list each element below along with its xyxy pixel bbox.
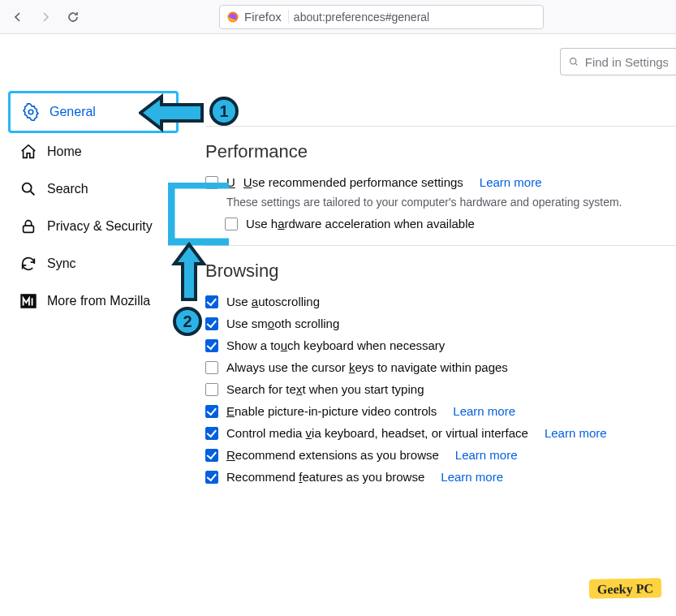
search-icon [569,56,579,67]
site-identity-label: Firefox [244,10,282,24]
media-learn-more-link[interactable]: Learn more [545,426,607,440]
annotation-badge-1: 1 [209,97,239,126]
cursor-keys-checkbox[interactable] [205,361,218,374]
url-bar[interactable]: Firefox about:preferences#general [219,5,544,29]
recommend-feat-label: Recommend features as you browse [226,470,424,484]
sidebar-item-label: Home [47,144,82,159]
sidebar-item-privacy[interactable]: Privacy & Security [8,208,179,245]
search-typing-checkbox[interactable] [205,383,218,396]
mozilla-icon [19,292,37,310]
recommend-ext-checkbox[interactable] [205,449,218,462]
recommend-ext-learn-more-link[interactable]: Learn more [455,448,518,462]
recommended-description: These settings are tailored to your comp… [226,196,676,209]
sidebar-item-sync[interactable]: Sync [8,245,179,282]
settings-content: Performance U Use recommended performanc… [205,126,676,492]
forward-button[interactable] [34,6,57,28]
sidebar-item-more-mozilla[interactable]: More from Mozilla [8,282,179,320]
sidebar-item-label: More from Mozilla [47,294,150,308]
recommend-feat-checkbox[interactable] [205,471,218,484]
svg-point-4 [23,183,32,192]
sync-icon [19,255,37,273]
lock-icon [19,218,37,235]
back-button[interactable] [6,6,29,28]
svg-rect-5 [24,226,34,232]
browsing-heading: Browsing [205,261,676,282]
reload-button[interactable] [62,6,84,28]
recommend-ext-label: Recommend extensions as you browse [226,448,439,462]
performance-heading: Performance [205,141,676,162]
svg-point-3 [28,110,33,114]
sidebar-item-home[interactable]: Home [8,133,179,170]
annotation-badge-2: 2 [173,307,202,336]
touch-keyboard-checkbox[interactable] [205,339,218,352]
sidebar-item-label: Sync [47,256,76,271]
pip-learn-more-link[interactable]: Learn more [453,404,515,418]
pip-checkbox[interactable] [205,405,218,418]
media-control-checkbox[interactable] [205,427,218,440]
sidebar-item-search[interactable]: Search [8,170,179,208]
firefox-icon [226,11,239,24]
sidebar-item-label: Privacy & Security [47,219,153,234]
smooth-scroll-label: Use smooth scrolling [226,317,339,330]
recommended-learn-more-link[interactable]: Learn more [480,175,542,189]
cursor-keys-label: Always use the cursor keys to navigate w… [226,360,508,374]
pip-label: Enable picture-in-picture video controls [226,404,437,418]
annotation-number: 1 [219,102,228,121]
svg-point-2 [570,58,575,64]
find-input[interactable] [585,55,668,69]
sidebar-item-label: General [50,105,96,119]
url-text: about:preferences#general [294,11,429,24]
use-recommended-label-text: Use recommended performance settings [243,175,463,189]
browser-toolbar: Firefox about:preferences#general [0,0,676,34]
find-in-settings[interactable] [560,48,676,75]
hardware-accel-label: Use hardware acceleration when available [246,217,475,230]
annotation-number: 2 [183,312,192,331]
recommend-feat-learn-more-link[interactable]: Learn more [441,470,503,484]
sidebar-item-label: Search [47,182,88,196]
search-typing-label: Search for text when you start typing [226,382,424,396]
watermark: Geeky PC [589,578,661,599]
home-icon [19,143,37,161]
gear-icon [22,103,40,121]
search-icon [19,180,37,198]
site-identity: Firefox [226,10,289,24]
media-control-label: Control media via keyboard, headset, or … [226,426,528,440]
touch-keyboard-label: Show a touch keyboard when necessary [226,338,445,352]
